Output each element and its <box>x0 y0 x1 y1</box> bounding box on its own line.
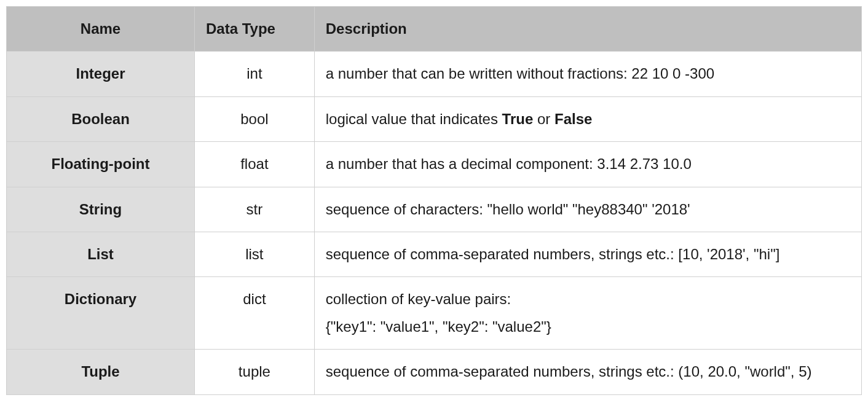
table-row: String str sequence of characters: "hell… <box>7 187 862 232</box>
table-body: Integer int a number that can be written… <box>7 52 862 394</box>
table-row: Tuple tuple sequence of comma-separated … <box>7 350 862 394</box>
cell-data-type: str <box>195 187 315 232</box>
cell-name: List <box>7 232 195 276</box>
cell-description: sequence of comma-separated numbers, str… <box>314 350 861 394</box>
table-row: Integer int a number that can be written… <box>7 52 862 96</box>
cell-name: Boolean <box>7 96 195 141</box>
data-types-table: Name Data Type Description Integer int a… <box>6 6 862 395</box>
table-row: Floating-point float a number that has a… <box>7 142 862 187</box>
cell-data-type: int <box>195 52 315 96</box>
cell-description: sequence of comma-separated numbers, str… <box>314 232 861 276</box>
header-description: Description <box>314 7 861 52</box>
cell-name: String <box>7 187 195 232</box>
cell-name: Floating-point <box>7 142 195 187</box>
cell-description: sequence of characters: "hello world" "h… <box>314 187 861 232</box>
table-header-row: Name Data Type Description <box>7 7 862 52</box>
cell-data-type: list <box>195 232 315 276</box>
cell-description: collection of key-value pairs:{"key1": "… <box>314 277 861 350</box>
cell-description: a number that has a decimal component: 3… <box>314 142 861 187</box>
cell-name: Dictionary <box>7 277 195 350</box>
cell-name: Integer <box>7 52 195 96</box>
header-name: Name <box>7 7 195 52</box>
table-row: List list sequence of comma-separated nu… <box>7 232 862 276</box>
cell-description: a number that can be written without fra… <box>314 52 861 96</box>
cell-description: logical value that indicates True or Fal… <box>314 96 861 141</box>
cell-data-type: float <box>195 142 315 187</box>
table-row: Dictionary dict collection of key-value … <box>7 277 862 350</box>
cell-data-type: bool <box>195 96 315 141</box>
cell-data-type: dict <box>195 277 315 350</box>
cell-name: Tuple <box>7 350 195 394</box>
header-data-type: Data Type <box>195 7 315 52</box>
cell-data-type: tuple <box>195 350 315 394</box>
table-row: Boolean bool logical value that indicate… <box>7 96 862 141</box>
